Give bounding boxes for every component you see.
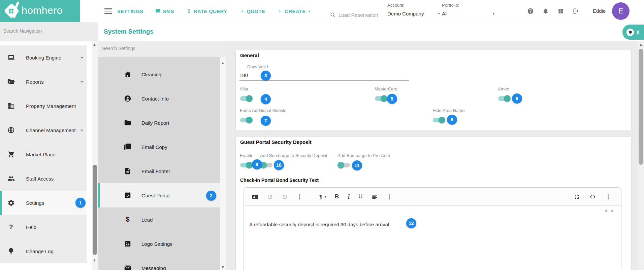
sidebar-item-settings[interactable]: Settings (0, 191, 87, 215)
nav-item-sms[interactable]: SMS (155, 8, 174, 14)
settings-nav-item-daily-report[interactable]: Daily Report (98, 111, 220, 135)
address-card-icon (252, 194, 258, 200)
annotation-badge-12: 12 (406, 218, 416, 228)
settings-search-input[interactable]: Search Settings (98, 41, 226, 56)
sidebar-item-reports[interactable]: Reports (0, 70, 87, 94)
sidebar-scroll-up-icon[interactable]: ▲ (93, 43, 96, 46)
general-section-card: General Days Valid 180 VisaMasterCardAme… (235, 50, 632, 131)
svg-text:$: $ (126, 216, 129, 223)
toggle-switch-force-additional-guests[interactable] (240, 117, 253, 123)
user-name: Eddie (593, 8, 606, 14)
sidebar-item-help[interactable]: ?Help (0, 215, 87, 239)
settings-nav-item-cleaning[interactable]: Cleaning (98, 62, 220, 86)
editor-more-vertical-button[interactable]: ⋮ (296, 194, 302, 200)
sidebar-item-property-management[interactable]: Property Management (0, 94, 87, 118)
sidebar-item-label: Booking Engine (26, 55, 61, 61)
portfolio-value: All (442, 11, 448, 16)
copy-icon (124, 143, 131, 151)
settings-nav-item-guest-portal[interactable]: Guest Portal (98, 183, 220, 207)
sidebar-scrollbar-thumb[interactable] (93, 165, 97, 255)
settings-list-scrollbar[interactable] (220, 57, 226, 270)
sidebar-item-channel-management[interactable]: Channel Management (0, 118, 87, 142)
days-valid-input[interactable]: 180 (239, 72, 248, 78)
apps-grid-icon[interactable] (557, 8, 564, 14)
sidebar-search-placeholder: Search Navigation (3, 28, 42, 34)
plus-icon (239, 8, 245, 14)
toggle-switch-add-surcharge-to-pre-auth[interactable] (337, 162, 350, 168)
sidebar-scroll-down-icon[interactable]: ▼ (93, 259, 96, 262)
editor-more-vertical-button[interactable]: ⋮ (605, 194, 611, 200)
security-deposit-section-title: Guest Portal Security Deposit (240, 139, 312, 145)
help-icon[interactable] (527, 8, 534, 14)
settings-nav-item-email-footer[interactable]: Email Footer (98, 159, 220, 183)
toggle-label: Hide Area Name (432, 108, 464, 113)
nav-item-create[interactable]: CREATE▾ (277, 8, 310, 14)
editor-italic-button[interactable]: I (348, 193, 350, 200)
menu-toggle-button[interactable] (104, 8, 112, 14)
editor-redo-button[interactable]: ↻ (282, 193, 288, 200)
annotation-badge-3: 3 (261, 71, 271, 81)
editor-underline-button[interactable]: U (358, 193, 362, 200)
toggle-switch-amex[interactable] (498, 95, 511, 102)
nav-item-rate-query[interactable]: $RATE QUERY (186, 8, 227, 14)
settings-scroll-down-icon[interactable]: ▼ (221, 265, 225, 269)
bell-icon[interactable] (542, 8, 549, 14)
settings-nav-item-contact-info[interactable]: Contact Info (98, 86, 220, 111)
sidebar-item-booking-engine[interactable]: Booking Engine (0, 45, 87, 70)
annotation-badge-5: 5 (387, 94, 397, 104)
editor-resize-arrows-icon[interactable]: ▲▲ (604, 208, 616, 212)
sidebar-item-label: Reports (26, 79, 44, 85)
editor-more-vertical-button[interactable]: ⋮ (387, 194, 392, 200)
nav-item-settings[interactable]: SETTINGS (117, 8, 143, 14)
editor-align-left-button[interactable] (372, 194, 378, 200)
editor-address-card-button[interactable] (252, 194, 258, 200)
load-reservation-placeholder: Load Reservation (339, 12, 378, 18)
editor-fullscreen-button[interactable] (574, 194, 580, 200)
underline-icon: U (358, 193, 362, 200)
chat-icon (155, 8, 161, 14)
settings-nav-item-logo-settings[interactable]: Logo Settings (98, 232, 220, 256)
settings-nav-item-messaging[interactable]: Messaging (98, 256, 220, 270)
align-left-icon (372, 194, 378, 200)
sidebar-item-label: Market Place (26, 152, 56, 157)
editor-content-area[interactable]: ▲▲ A refundable security deposit is requ… (244, 206, 621, 270)
sign-out-icon[interactable] (573, 8, 579, 14)
more-vertical-icon: ⋮ (605, 194, 611, 200)
editor-bold-button[interactable]: B (335, 193, 339, 200)
record-counter-pill[interactable]: 0 (622, 25, 644, 40)
editor-undo-button[interactable]: ↺ (267, 193, 273, 200)
load-reservation-search[interactable]: Load Reservation (330, 12, 385, 20)
settings-nav-item-label: Lead (141, 217, 153, 223)
header-icon-group (527, 0, 579, 22)
bond-security-text-content[interactable]: A refundable security deposit is require… (249, 222, 390, 227)
editor-paragraph-button[interactable]: ¶▾ (319, 194, 326, 200)
bond-security-text-label: Check-In Portal Bond Security Text (240, 178, 319, 183)
more-vertical-icon: ⋮ (387, 194, 392, 200)
toggle-group-enable: Enable (240, 153, 253, 168)
nav-item-label: QUOTE (247, 8, 265, 14)
portfolio-select[interactable]: Portfolio: All▾ (442, 3, 494, 16)
brand-logo[interactable]: homhero (0, 0, 80, 22)
account-select[interactable]: Account: Demo Company▾ (387, 3, 440, 16)
sidebar-item-market-place[interactable]: Market Place (0, 142, 87, 166)
sidebar-item-staff-access[interactable]: Staff Access (0, 166, 87, 191)
settings-scroll-up-icon[interactable]: ▲ (221, 61, 225, 65)
main-scroll-up-icon[interactable]: ▲ (639, 43, 643, 46)
sidebar-search-input[interactable]: Search Navigation (0, 22, 98, 41)
avatar[interactable]: E (612, 2, 630, 20)
caret-down-icon: ▾ (438, 12, 440, 15)
toggle-switch-mastercard[interactable] (375, 95, 387, 102)
settings-nav-item-lead[interactable]: $Lead (98, 207, 220, 232)
brand-name: homhero (22, 5, 63, 16)
logo-dots-icon (9, 9, 14, 13)
italic-icon: I (348, 193, 350, 200)
sidebar-item-change-log[interactable]: Change Log (0, 239, 87, 263)
nav-item-quote[interactable]: QUOTE (239, 8, 265, 14)
main-scrollbar-thumb[interactable] (639, 49, 643, 165)
editor-code-view-button[interactable] (589, 194, 596, 200)
general-section-title: General (240, 52, 259, 58)
toggle-switch-enable[interactable] (240, 162, 253, 168)
toggle-switch-hide-area-name[interactable] (432, 117, 445, 123)
settings-nav-item-email-copy[interactable]: Email Copy (98, 135, 220, 159)
toggle-switch-visa[interactable] (240, 95, 253, 102)
